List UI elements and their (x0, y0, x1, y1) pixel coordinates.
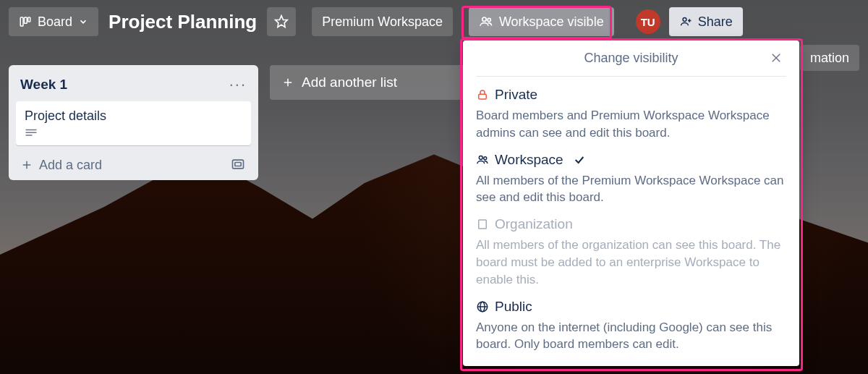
visibility-option-private[interactable]: Private Board members and Premium Worksp… (476, 77, 786, 142)
option-label: Workspace (495, 152, 563, 168)
board-icon (19, 15, 32, 28)
card-title: Project details (25, 109, 242, 124)
board-canvas: Week 1 ··· Project details Add a card (9, 65, 519, 180)
list-footer: Add a card (16, 153, 251, 174)
member-avatar[interactable]: TU (636, 9, 660, 34)
svg-rect-0 (20, 17, 23, 26)
board-view-label: Board (38, 14, 72, 30)
option-label: Organization (495, 216, 573, 232)
option-description: All members of the organization can see … (476, 237, 786, 288)
visibility-button[interactable]: Workspace visible (469, 7, 614, 36)
list-title[interactable]: Week 1 (20, 77, 67, 93)
visibility-label: Workspace visible (499, 14, 604, 30)
globe-icon (476, 300, 489, 313)
automation-button[interactable]: mation (800, 45, 859, 71)
workspace-label: Premium Workspace (322, 14, 443, 30)
svg-point-22 (484, 156, 487, 159)
list-week-1: Week 1 ··· Project details Add a card (9, 65, 258, 180)
close-icon (770, 51, 783, 64)
share-label: Share (698, 14, 733, 30)
option-description: Anyone on the internet (including Google… (476, 319, 786, 354)
svg-rect-20 (479, 94, 487, 99)
org-icon (476, 218, 489, 231)
svg-point-21 (479, 156, 482, 159)
option-description: Board members and Premium Workspace Work… (476, 107, 786, 142)
board-view-switcher[interactable]: Board (9, 7, 98, 36)
svg-rect-2 (28, 17, 30, 22)
automation-label: mation (810, 51, 849, 66)
workspace-button[interactable]: Premium Workspace (312, 7, 453, 36)
popover-header: Change visibility (476, 41, 786, 77)
svg-marker-3 (276, 16, 288, 27)
plus-icon (281, 76, 294, 89)
list-menu-button[interactable]: ··· (229, 75, 247, 94)
people-icon (476, 153, 489, 166)
share-button[interactable]: Share (669, 7, 743, 36)
add-card-label: Add a card (39, 158, 102, 173)
avatar-initials: TU (641, 16, 655, 28)
check-icon (574, 154, 585, 166)
popover-close-button[interactable] (766, 48, 786, 68)
description-icon (25, 128, 242, 138)
svg-rect-14 (233, 160, 244, 169)
board-header: Board Project Planning Premium Workspace… (0, 0, 868, 43)
svg-point-6 (683, 18, 686, 22)
star-board-button[interactable] (267, 7, 296, 36)
option-label: Private (495, 87, 537, 103)
svg-rect-23 (479, 220, 487, 229)
people-icon (479, 14, 493, 29)
visibility-popover: Change visibility Private Board members … (463, 41, 799, 366)
visibility-option-workspace[interactable]: Workspace All members of the Premium Wor… (476, 142, 786, 207)
card-template-button[interactable] (231, 157, 247, 173)
option-description: All members of the Premium Workspace Wor… (476, 172, 786, 207)
add-card-button[interactable]: Add a card (20, 158, 102, 173)
card-project-details[interactable]: Project details (16, 101, 251, 145)
option-label: Public (495, 299, 532, 315)
popover-title: Change visibility (584, 51, 678, 65)
add-user-icon (679, 15, 692, 28)
plus-icon (20, 158, 33, 171)
svg-rect-15 (235, 163, 241, 166)
list-header: Week 1 ··· (16, 72, 251, 101)
add-list-label: Add another list (302, 75, 397, 90)
lock-icon (476, 88, 489, 101)
svg-rect-1 (25, 17, 27, 23)
board-title[interactable]: Project Planning (109, 11, 257, 33)
svg-point-5 (488, 18, 490, 21)
chevron-down-icon (78, 17, 88, 27)
visibility-option-organization: Organization All members of the organiza… (476, 206, 786, 288)
visibility-option-public[interactable]: Public Anyone on the internet (including… (476, 289, 786, 354)
svg-point-4 (482, 17, 486, 21)
